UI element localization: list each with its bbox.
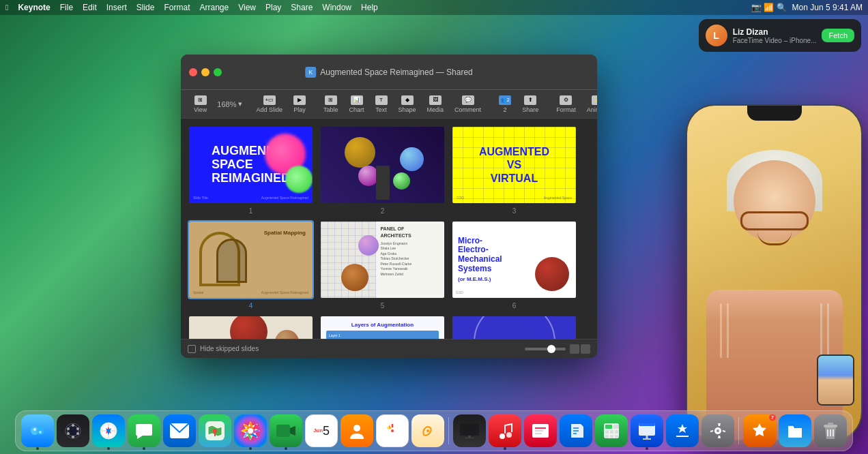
- hide-skipped-label: Hide skipped slides: [200, 345, 259, 352]
- dock-icon-files[interactable]: [779, 414, 811, 447]
- media-button[interactable]: 🖼 Media: [424, 93, 448, 115]
- svg-rect-51: [610, 435, 613, 438]
- format-button[interactable]: ⚙ Format: [553, 93, 579, 115]
- slide-item-2[interactable]: 2: [319, 125, 446, 215]
- keynote-window: K Augmented Space Reimagined — Shared ⊞ …: [181, 55, 597, 358]
- dock-icon-facetime[interactable]: [270, 414, 302, 447]
- share-button[interactable]: ⬆ Share: [519, 93, 542, 115]
- menu-format[interactable]: Format: [164, 3, 190, 12]
- comment-button[interactable]: 💬 Comment: [451, 93, 484, 115]
- collab-label: 2: [504, 106, 507, 113]
- dock-icon-music[interactable]: [489, 414, 521, 447]
- slide-item-3[interactable]: AugmentedVSVirtual GSDAugmented Space 3: [451, 125, 577, 215]
- svg-rect-54: [639, 423, 655, 426]
- view-button[interactable]: ⊞ View: [190, 93, 210, 115]
- collaboration-button[interactable]: 👥2 2: [495, 93, 515, 115]
- slides-row-2: Spatial Mapping SpatialAugmented Space R…: [188, 220, 590, 309]
- dock-icon-keynote[interactable]: [631, 414, 663, 447]
- grid-view-btn-1[interactable]: [570, 344, 579, 354]
- facetime-name: Liz Dizan: [733, 27, 817, 37]
- share-icon: ⬆: [524, 95, 536, 105]
- menu-help[interactable]: Help: [361, 3, 378, 12]
- app-name[interactable]: Keynote: [18, 3, 50, 12]
- svg-point-35: [500, 434, 505, 439]
- facetime-fetch-button[interactable]: Fetch: [822, 29, 854, 42]
- slide9-arc: [474, 316, 555, 339]
- svg-point-27: [391, 429, 394, 432]
- dock-icon-news[interactable]: [524, 414, 557, 447]
- menu-edit[interactable]: Edit: [83, 3, 97, 12]
- text-button[interactable]: T Text: [372, 93, 391, 115]
- dock-icon-tips[interactable]: [560, 414, 592, 447]
- dock-icon-numbers[interactable]: [595, 414, 628, 447]
- add-slide-label: Add Slide: [257, 106, 283, 113]
- slide4-arch2: [216, 239, 247, 283]
- share-label: Share: [522, 106, 538, 113]
- slide-thumb-7: AUGO: [188, 315, 314, 339]
- dock-icon-reminders[interactable]: [376, 414, 409, 447]
- slide-item-9[interactable]: SPATIALAUGMENTEDVIRTUAL: [451, 315, 577, 339]
- shape-button[interactable]: ◆ Shape: [395, 93, 420, 115]
- slide-item-1[interactable]: AUGMENEDSPACEREIMAGINED Slide TitleAugme…: [188, 125, 314, 215]
- dock-icon-photos[interactable]: [234, 414, 267, 447]
- menu-file[interactable]: File: [60, 3, 73, 12]
- apple-menu[interactable]: : [5, 3, 8, 12]
- slide7-ball2: [275, 330, 299, 339]
- dock-icon-messages[interactable]: [128, 414, 160, 447]
- slide-item-8[interactable]: Layers of Augmentation Layer 1 Layer 2 L…: [319, 315, 446, 339]
- window-toolbar: ⊞ View 168% ▾ +▭ Add Slide ▶ Play ⊞ Tabl…: [181, 90, 597, 119]
- slide1-blob2: [285, 166, 313, 193]
- menu-insert[interactable]: Insert: [106, 3, 127, 12]
- menu-slide[interactable]: Slide: [136, 3, 155, 12]
- chart-button[interactable]: 📊 Chart: [346, 93, 368, 115]
- slide6-footer: GSD: [456, 290, 463, 294]
- dock-icon-appstore[interactable]: [666, 414, 699, 447]
- dock-icon-appletv[interactable]: [453, 414, 486, 447]
- slide-item-7[interactable]: AUGO: [188, 315, 314, 339]
- shape-icon: ◆: [401, 95, 414, 105]
- zoom-control[interactable]: 168% ▾: [217, 100, 242, 108]
- svg-point-11: [67, 432, 70, 435]
- slide5-blob2: [358, 235, 379, 256]
- menu-share[interactable]: Share: [291, 3, 313, 12]
- dock-icon-calendar[interactable]: Jun 5: [305, 414, 338, 447]
- zoom-slider[interactable]: [525, 348, 566, 350]
- close-button[interactable]: [189, 68, 197, 76]
- grid-view-btn-2[interactable]: [581, 344, 590, 354]
- dock-icon-finder[interactable]: [21, 414, 54, 447]
- shape-label: Shape: [399, 106, 416, 113]
- dock-icon-freeform[interactable]: [411, 414, 444, 447]
- dock-icon-trash[interactable]: [814, 414, 847, 447]
- menu-arrange[interactable]: Arrange: [199, 3, 229, 12]
- comment-icon: 💬: [462, 95, 474, 105]
- dock-icon-mail[interactable]: [163, 414, 196, 447]
- add-slide-button[interactable]: +▭ Add Slide: [253, 93, 287, 115]
- hide-skipped-checkbox[interactable]: [188, 345, 196, 353]
- slide-thumb-1: AUGMENEDSPACEREIMAGINED Slide TitleAugme…: [188, 125, 314, 205]
- dock-icon-contacts[interactable]: [341, 414, 373, 447]
- menu-window[interactable]: Window: [322, 3, 351, 12]
- dock-icon-safari[interactable]: [92, 414, 125, 447]
- dock-divider: [448, 417, 449, 444]
- svg-rect-61: [828, 423, 833, 425]
- maximize-button[interactable]: [214, 68, 222, 76]
- menu-view[interactable]: View: [238, 3, 256, 12]
- slide-item-5[interactable]: PANEL OFARCHITECTS Jocelyn EngmannShala …: [319, 220, 446, 309]
- play-button[interactable]: ▶ Play: [290, 93, 309, 115]
- slide-item-6[interactable]: Micro-Electro-MechanicalSystems(or M.E.M…: [451, 220, 577, 309]
- dock-icon-settings[interactable]: [701, 414, 734, 447]
- slide3-grid: [452, 127, 576, 203]
- minimize-button[interactable]: [201, 68, 209, 76]
- dock-icon-maps[interactable]: [199, 414, 231, 447]
- slide-item-4[interactable]: Spatial Mapping SpatialAugmented Space R…: [188, 220, 314, 309]
- table-button[interactable]: ⊞ Table: [320, 93, 342, 115]
- shape-ball-1: [345, 137, 375, 168]
- svg-point-59: [717, 429, 719, 432]
- iphone-screen: [687, 106, 861, 440]
- menu-play[interactable]: Play: [265, 3, 281, 12]
- dock-icon-badge[interactable]: 7: [743, 414, 776, 447]
- dock-icon-launchpad[interactable]: [57, 414, 89, 447]
- play-label: Play: [293, 106, 306, 113]
- animate-button[interactable]: ✨ Animate: [583, 93, 597, 115]
- chart-label: Chart: [349, 106, 364, 113]
